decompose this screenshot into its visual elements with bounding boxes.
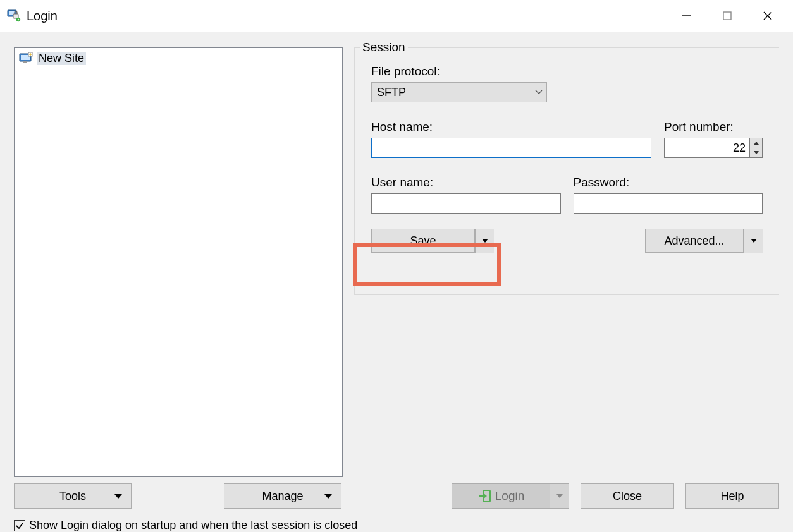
port-label: Port number: [664,120,763,134]
svg-marker-12 [754,142,759,145]
login-button[interactable]: Login [452,483,569,509]
site-item-new[interactable]: New Site [16,50,340,66]
file-protocol-value: SFTP [377,86,406,99]
monitor-icon [19,52,33,64]
chevron-down-icon [535,90,543,95]
caret-down-icon [324,494,332,499]
user-name-input[interactable] [371,193,561,214]
svg-marker-19 [484,493,487,499]
host-name-label: Host name: [371,120,651,134]
login-button-dropdown[interactable] [550,484,569,508]
show-login-checkbox-row[interactable]: Show Login dialog on startup and when th… [14,519,779,532]
help-button-label: Help [720,490,744,503]
host-name-input[interactable] [371,138,651,158]
maximize-icon[interactable] [720,8,735,23]
save-button[interactable]: Save [371,229,475,253]
svg-rect-5 [723,12,731,20]
svg-marker-20 [556,494,563,498]
login-button-label: Login [495,489,525,503]
tools-button[interactable]: Tools [14,483,132,509]
session-group: Session File protocol: SFTP Host name: P… [354,47,779,295]
save-button-dropdown[interactable] [475,229,494,253]
manage-button[interactable]: Manage [224,483,341,509]
port-input[interactable] [664,138,750,158]
svg-marker-15 [751,239,757,243]
advanced-button-label: Advanced... [664,234,724,248]
sites-list[interactable]: New Site [14,47,343,477]
manage-button-label: Manage [262,490,303,503]
close-button[interactable]: Close [581,483,674,509]
svg-marker-14 [482,239,488,243]
show-login-label: Show Login dialog on startup and when th… [29,519,357,532]
titlebar: Login [0,0,793,32]
window-controls [679,8,787,23]
svg-marker-16 [114,494,122,499]
close-icon[interactable] [760,8,775,23]
window-title: Login [27,9,58,23]
svg-rect-2 [13,14,18,18]
close-button-label: Close [613,490,642,503]
caret-down-icon [114,494,122,499]
save-button-label: Save [410,234,436,248]
password-label: Password: [574,176,763,190]
port-spinner[interactable] [750,138,763,158]
file-protocol-select[interactable]: SFTP [371,82,547,102]
file-protocol-label: File protocol: [371,64,763,78]
advanced-button-dropdown[interactable] [744,229,763,253]
client-area: New Site Session File protocol: SFTP Hos… [0,32,793,532]
show-login-checkbox[interactable] [14,520,25,531]
spin-up-icon[interactable] [750,138,762,148]
app-icon [6,8,22,23]
advanced-button[interactable]: Advanced... [645,229,744,253]
minimize-icon[interactable] [679,8,694,23]
password-input[interactable] [574,193,763,214]
tools-button-label: Tools [59,490,86,503]
session-legend: Session [360,40,408,54]
svg-rect-10 [23,61,27,63]
help-button[interactable]: Help [685,483,779,509]
svg-marker-13 [754,151,759,154]
site-item-label: New Site [37,52,86,65]
svg-marker-17 [324,494,332,499]
login-icon [477,489,491,503]
user-name-label: User name: [371,176,561,190]
spin-down-icon[interactable] [750,148,762,158]
